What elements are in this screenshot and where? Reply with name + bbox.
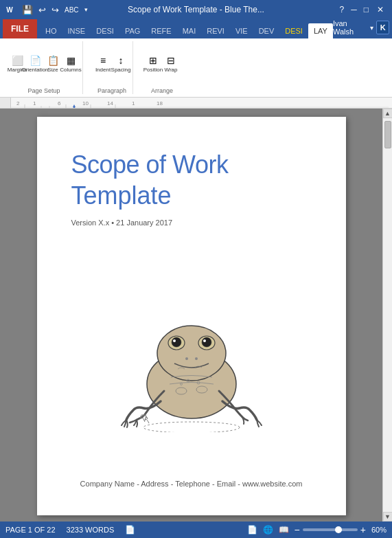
ribbon-arrange-icons: ⊞ Position ⊟ Wrap [146,41,178,86]
dropdown-icon[interactable]: ▾ [83,5,89,14]
svg-point-23 [173,339,176,342]
save-icon[interactable]: 💾 [21,4,34,16]
scroll-up-button[interactable]: ▲ [383,109,393,118]
svg-point-26 [203,339,206,342]
svg-text:1: 1 [33,100,36,107]
svg-text:2: 2 [16,100,20,107]
window-controls: ? ─ □ ✕ [337,5,388,14]
ruler-corner [0,98,11,109]
svg-text:W: W [6,6,13,14]
svg-point-31 [143,422,240,432]
tab-design2[interactable]: DESI [279,23,308,38]
svg-text:18: 18 [157,100,163,107]
minimize-button[interactable]: ─ [348,5,360,14]
scroll-down-button[interactable]: ▼ [383,512,393,522]
undo-icon[interactable]: ↩ [37,4,47,16]
indent-button[interactable]: ≡ Indent [95,53,111,75]
tab-developer[interactable]: DEV [253,23,280,38]
restore-button[interactable]: □ [361,5,371,14]
status-right: 📄 🌐 📖 − + 60% [247,525,387,535]
document-title-sub: Template [71,181,312,210]
ruler: 2 1 6 10 14 1 18 [0,98,392,109]
redo-icon[interactable]: ↪ [50,4,60,16]
status-bar: PAGE 1 OF 22 3233 WORDS 📄 📄 🌐 📖 − + 60% [0,522,392,538]
quick-access-toolbar: 💾 ↩ ↪ ABC ▾ [18,4,92,16]
svg-text:1: 1 [132,100,135,107]
tab-mailings[interactable]: MAI [177,23,202,38]
tab-page[interactable]: PAG [119,23,146,38]
scroll-thumb[interactable] [384,121,391,148]
tab-view[interactable]: VIE [230,23,253,38]
spacing-button[interactable]: ↕ Spacing [113,53,128,75]
help-button[interactable]: ? [337,5,347,14]
tab-design[interactable]: DESI [91,23,119,38]
zoom-thumb[interactable] [335,526,342,533]
document-page: Scope of Work Template Version X.x • 21 … [37,117,346,515]
document-title-main: Scope of Work [71,151,312,179]
wrap-button[interactable]: ⊟ Wrap [163,53,178,75]
ribbon-group-indent-icons: ≡ Indent ↕ Spacing [95,41,128,86]
user-profile[interactable]: Ivan Walsh ▾ K [333,19,389,38]
zoom-control: − + [295,525,366,535]
title-bar: W 💾 ↩ ↪ ABC ▾ Scope of Work Template - B… [0,0,392,19]
ribbon-group-margins: ⬜ Margins 📄 Orientation 📋 Size ▦ Columns… [5,41,83,94]
tab-review[interactable]: REVI [201,23,230,38]
group-label-arrange: Arrange [151,87,173,94]
page-info: PAGE 1 OF 22 [5,526,56,534]
svg-point-22 [172,337,181,347]
ribbon-group-indent: ≡ Indent ↕ Spacing Paragraph [91,41,133,94]
doc-icon: 📄 [125,525,135,535]
ribbon-group-icons: ⬜ Margins 📄 Orientation 📋 Size ▦ Columns [10,41,78,86]
columns-button[interactable]: ▦ Columns [63,53,78,75]
zoom-plus-button[interactable]: + [360,525,366,535]
group-label-paragraph: Paragraph [97,87,126,94]
file-tab[interactable]: FILE [3,19,37,38]
user-name: Ivan Walsh [333,19,367,36]
title-bar-left: W 💾 ↩ ↪ ABC ▾ [4,4,92,16]
tab-layout[interactable]: LAY [308,23,333,38]
zoom-minus-button[interactable]: − [295,525,300,535]
svg-text:10: 10 [82,100,89,107]
word-count: 3233 WORDS [67,526,115,534]
tab-home[interactable]: HO [40,23,62,38]
group-label-page-setup: Page Setup [27,87,60,94]
spelling-icon[interactable]: ABC [63,5,80,14]
frog-svg [116,295,267,432]
position-button[interactable]: ⊞ Position [146,53,161,75]
zoom-percent: 60% [371,526,387,534]
svg-rect-2 [11,98,392,108]
size-button[interactable]: 📋 Size [45,53,60,75]
tab-references[interactable]: REFE [146,23,176,38]
orientation-button[interactable]: 📄 Orientation [27,53,43,75]
document-version: Version X.x • 21 January 2017 [71,218,312,227]
ribbon-tabs: FILE HO INSE DESI PAG REFE MAI REVI VIE … [0,19,392,38]
close-button[interactable]: ✕ [373,5,388,14]
main-area: Scope of Work Template Version X.x • 21 … [0,109,392,522]
vertical-scrollbar[interactable]: ▲ ▼ [382,109,392,522]
frog-illustration [71,254,312,473]
tab-insert[interactable]: INSE [62,23,91,38]
app-icon: W [4,4,15,15]
horizontal-ruler: 2 1 6 10 14 1 18 [11,98,392,108]
svg-point-28 [195,357,198,360]
svg-text:14: 14 [107,100,113,107]
view-print-icon[interactable]: 📄 [247,525,257,535]
ribbon-group-arrange: ⊞ Position ⊟ Wrap Arrange [141,41,183,94]
document-scroll-area[interactable]: Scope of Work Template Version X.x • 21 … [0,109,382,522]
view-read-icon[interactable]: 📖 [279,525,289,535]
svg-point-20 [157,326,226,381]
zoom-slider[interactable] [303,528,358,531]
user-avatar: K [376,21,389,34]
scroll-track[interactable] [383,118,392,512]
window-title: Scope of Work Template - Blue The... [128,5,264,14]
svg-text:6: 6 [58,100,61,107]
svg-point-27 [185,357,188,360]
svg-point-25 [202,337,211,347]
ribbon-content: ⬜ Margins 📄 Orientation 📋 Size ▦ Columns… [0,38,392,98]
view-web-icon[interactable]: 🌐 [263,525,273,535]
document-footer: Company Name - Address - Telephone - Ema… [71,480,312,488]
